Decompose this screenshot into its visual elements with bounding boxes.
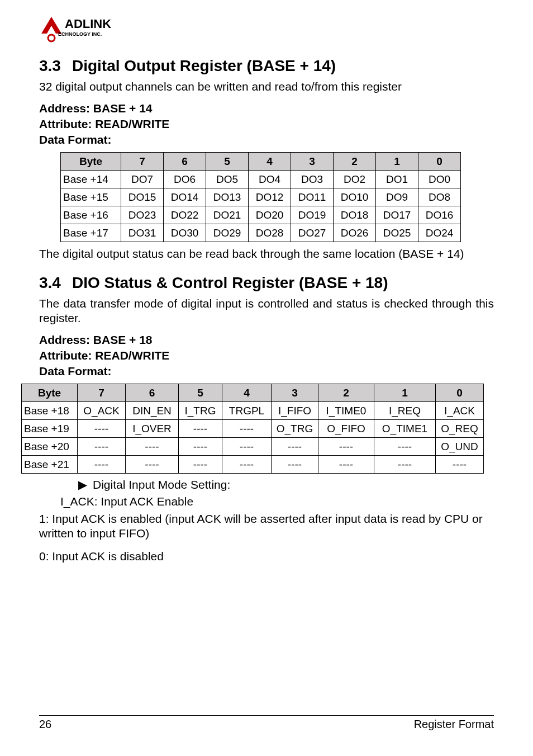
table-row: Base +20 ---- ---- ---- ---- ---- ---- -… bbox=[22, 438, 484, 456]
bullet-text: Digital Input Mode Setting: bbox=[93, 478, 230, 491]
cell: DO5 bbox=[206, 171, 249, 188]
col-bit-3: 3 bbox=[291, 153, 334, 171]
row-label: Base +14 bbox=[61, 171, 121, 188]
col-bit-7: 7 bbox=[78, 384, 126, 402]
section-3-3-intro: 32 digital output channels can be writte… bbox=[39, 79, 494, 94]
cell: DO17 bbox=[376, 206, 418, 224]
cell: I_FIFO bbox=[272, 402, 318, 420]
cell: DO13 bbox=[206, 188, 249, 206]
cell: O_REQ bbox=[436, 420, 484, 438]
cell: DIN_EN bbox=[126, 402, 179, 420]
cell: O_TRG bbox=[272, 420, 318, 438]
section-3-4-intro: The data transfer mode of digital input … bbox=[39, 296, 494, 326]
cell: DO9 bbox=[376, 188, 418, 206]
cell: DO8 bbox=[418, 188, 461, 206]
section-3-4-number: 3.4 bbox=[39, 274, 61, 292]
sec34-dataformat: Data Format: bbox=[39, 365, 494, 378]
sec34-address: Address: BASE + 18 bbox=[39, 333, 494, 347]
col-bit-4: 4 bbox=[222, 384, 272, 402]
cell: I_ACK bbox=[436, 402, 484, 420]
row-label: Base +16 bbox=[61, 206, 121, 224]
cell: DO31 bbox=[121, 224, 164, 242]
cell: DO2 bbox=[334, 171, 376, 188]
cell: ---- bbox=[272, 438, 318, 456]
cell: DO18 bbox=[334, 206, 376, 224]
iack-disabled-desc: 0: Input ACK is disabled bbox=[39, 549, 494, 564]
col-bit-0: 0 bbox=[418, 153, 461, 171]
cell: O_ACK bbox=[78, 402, 126, 420]
cell: DO20 bbox=[249, 206, 291, 224]
cell: DO0 bbox=[418, 171, 461, 188]
cell: DO24 bbox=[418, 224, 461, 242]
cell: DO3 bbox=[291, 171, 334, 188]
sec34-attribute: Attribute: READ/WRITE bbox=[39, 349, 494, 362]
cell: I_TIME0 bbox=[318, 402, 374, 420]
chapter-title: Register Format bbox=[414, 718, 494, 731]
cell: DO19 bbox=[291, 206, 334, 224]
col-byte: Byte bbox=[61, 153, 121, 171]
section-3-3-number: 3.3 bbox=[39, 57, 61, 75]
table-row: Base +19 ---- I_OVER ---- ---- O_TRG O_F… bbox=[22, 420, 484, 438]
cell: I_OVER bbox=[126, 420, 179, 438]
cell: I_TRG bbox=[179, 402, 222, 420]
iack-enabled-desc: 1: Input ACK is enabled (input ACK will … bbox=[39, 512, 494, 541]
triangle-bullet-icon: ▶ bbox=[78, 478, 87, 491]
cell: DO26 bbox=[334, 224, 376, 242]
table-header-row: Byte 7 6 5 4 3 2 1 0 bbox=[22, 384, 484, 402]
cell: ---- bbox=[78, 438, 126, 456]
col-bit-4: 4 bbox=[249, 153, 291, 171]
sec33-post: The digital output status can be read ba… bbox=[39, 247, 494, 261]
row-label: Base +15 bbox=[61, 188, 121, 206]
svg-point-0 bbox=[48, 35, 55, 41]
cell: ---- bbox=[374, 456, 436, 474]
sec33-attribute: Attribute: READ/WRITE bbox=[39, 117, 494, 131]
cell: DO22 bbox=[164, 206, 206, 224]
section-3-3-title: Digital Output Register (BASE + 14) bbox=[72, 57, 336, 74]
cell: DO29 bbox=[206, 224, 249, 242]
cell: I_REQ bbox=[374, 402, 436, 420]
col-bit-7: 7 bbox=[121, 153, 164, 171]
sec34-table: Byte 7 6 5 4 3 2 1 0 Base +18 O_ACK DIN_… bbox=[21, 384, 484, 474]
col-bit-5: 5 bbox=[179, 384, 222, 402]
table-row: Base +15 DO15 DO14 DO13 DO12 DO11 DO10 D… bbox=[61, 188, 461, 206]
col-bit-5: 5 bbox=[206, 153, 249, 171]
logo-line2: ECHNOLOGY INC. bbox=[58, 31, 102, 37]
cell: ---- bbox=[179, 456, 222, 474]
col-bit-1: 1 bbox=[374, 384, 436, 402]
cell: DO28 bbox=[249, 224, 291, 242]
cell: DO7 bbox=[121, 171, 164, 188]
logo-line1: ADLINK bbox=[65, 17, 111, 31]
cell: ---- bbox=[126, 456, 179, 474]
col-bit-6: 6 bbox=[126, 384, 179, 402]
cell: DO10 bbox=[334, 188, 376, 206]
col-bit-2: 2 bbox=[334, 153, 376, 171]
table-row: Base +18 O_ACK DIN_EN I_TRG TRGPL I_FIFO… bbox=[22, 402, 484, 420]
iack-label: I_ACK: Input ACK Enable bbox=[60, 495, 494, 508]
cell: ---- bbox=[318, 438, 374, 456]
cell: DO6 bbox=[164, 171, 206, 188]
cell: ---- bbox=[179, 420, 222, 438]
sec33-table: Byte 7 6 5 4 3 2 1 0 Base +14 DO7 DO6 DO… bbox=[60, 152, 461, 242]
col-bit-0: 0 bbox=[436, 384, 484, 402]
section-3-3-heading: 3.3Digital Output Register (BASE + 14) bbox=[39, 57, 494, 75]
cell: TRGPL bbox=[222, 402, 272, 420]
cell: DO1 bbox=[376, 171, 418, 188]
cell: ---- bbox=[78, 456, 126, 474]
cell: DO14 bbox=[164, 188, 206, 206]
sec33-dataformat: Data Format: bbox=[39, 133, 494, 147]
row-label: Base +18 bbox=[22, 402, 78, 420]
cell: ---- bbox=[374, 438, 436, 456]
page-footer: 26 Register Format bbox=[39, 715, 494, 733]
sec33-address: Address: BASE + 14 bbox=[39, 102, 494, 115]
row-label: Base +20 bbox=[22, 438, 78, 456]
col-bit-2: 2 bbox=[318, 384, 374, 402]
table-row: Base +21 ---- ---- ---- ---- ---- ---- -… bbox=[22, 456, 484, 474]
col-bit-1: 1 bbox=[376, 153, 418, 171]
bullet-digital-input-mode: ▶Digital Input Mode Setting: bbox=[78, 478, 494, 492]
row-label: Base +21 bbox=[22, 456, 78, 474]
cell: ---- bbox=[179, 438, 222, 456]
table-row: Base +17 DO31 DO30 DO29 DO28 DO27 DO26 D… bbox=[61, 224, 461, 242]
cell: DO25 bbox=[376, 224, 418, 242]
col-bit-3: 3 bbox=[272, 384, 318, 402]
col-byte: Byte bbox=[22, 384, 78, 402]
